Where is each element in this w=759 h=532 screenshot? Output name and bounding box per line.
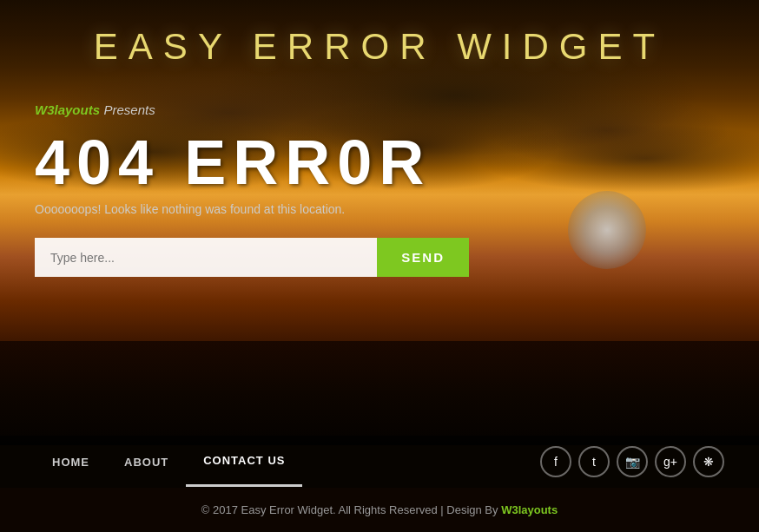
error-description: Ooooooops! Looks like nothing was found … (35, 202, 724, 216)
main-content: W3layouts Presents 404 ERR0R Ooooooops! … (0, 85, 759, 436)
nav-item-home[interactable]: HOME (35, 438, 107, 486)
site-header: EASY ERROR WIDGET (0, 0, 759, 85)
presents-line: W3layouts Presents (35, 102, 724, 118)
presents-text: Presents (103, 102, 155, 117)
dribbble-icon[interactable]: ❋ (693, 446, 724, 477)
send-button[interactable]: SEND (377, 238, 469, 277)
site-title: EASY ERROR WIDGET (17, 26, 742, 68)
nav-links: HOME ABOUT CONTACT US (35, 437, 302, 487)
brand-name: W3layouts (35, 102, 100, 117)
nav-item-contact[interactable]: CONTACT US (186, 437, 302, 487)
facebook-icon[interactable]: f (540, 446, 571, 477)
googleplus-icon[interactable]: g+ (655, 446, 686, 477)
footer-brand: W3layouts (501, 503, 558, 516)
error-heading: 404 ERR0R (35, 131, 724, 194)
footer-text: © 2017 Easy Error Widget. All Rights Res… (201, 503, 501, 516)
instagram-icon[interactable]: 📷 (617, 446, 648, 477)
nav-item-about[interactable]: ABOUT (107, 438, 186, 486)
footer: © 2017 Easy Error Widget. All Rights Res… (0, 488, 759, 532)
search-bar: SEND (35, 238, 469, 277)
twitter-icon[interactable]: t (578, 446, 610, 477)
search-input[interactable] (35, 238, 377, 277)
social-icons: f t 📷 g+ ❋ (540, 446, 724, 477)
nav-bar: HOME ABOUT CONTACT US f t 📷 g+ ❋ (0, 436, 759, 488)
